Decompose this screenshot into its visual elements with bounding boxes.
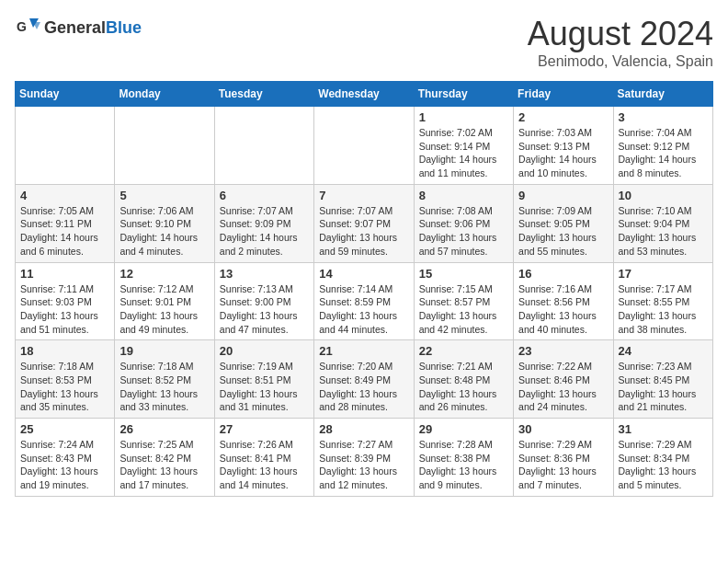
calendar-cell: 17Sunrise: 7:17 AMSunset: 8:55 PMDayligh… bbox=[613, 262, 712, 340]
calendar-cell: 26Sunrise: 7:25 AMSunset: 8:42 PMDayligh… bbox=[115, 419, 214, 497]
day-info: Sunrise: 7:29 AMSunset: 8:36 PMDaylight:… bbox=[518, 438, 608, 492]
day-number: 18 bbox=[20, 344, 109, 358]
day-info: Sunrise: 7:18 AMSunset: 8:53 PMDaylight:… bbox=[20, 360, 109, 414]
logo-text: GeneralBlue bbox=[44, 18, 142, 38]
day-number: 31 bbox=[619, 422, 708, 436]
day-info: Sunrise: 7:10 AMSunset: 9:04 PMDaylight:… bbox=[619, 204, 708, 259]
calendar-cell: 9Sunrise: 7:09 AMSunset: 9:05 PMDaylight… bbox=[514, 184, 613, 262]
day-number: 3 bbox=[619, 110, 708, 124]
calendar-cell: 3Sunrise: 7:04 AMSunset: 9:12 PMDaylight… bbox=[613, 107, 712, 185]
day-info: Sunrise: 7:09 AMSunset: 9:05 PMDaylight:… bbox=[518, 204, 608, 259]
calendar-header-row: SundayMondayTuesdayWednesdayThursdayFrid… bbox=[16, 82, 713, 107]
svg-text:G: G bbox=[17, 19, 27, 34]
day-number: 14 bbox=[319, 267, 408, 281]
day-number: 30 bbox=[518, 422, 608, 436]
calendar-cell bbox=[214, 107, 313, 185]
calendar-cell: 12Sunrise: 7:12 AMSunset: 9:01 PMDayligh… bbox=[115, 262, 214, 340]
day-number: 22 bbox=[419, 344, 508, 358]
calendar-cell: 13Sunrise: 7:13 AMSunset: 9:00 PMDayligh… bbox=[214, 262, 313, 340]
day-number: 28 bbox=[319, 422, 408, 436]
day-info: Sunrise: 7:17 AMSunset: 8:55 PMDaylight:… bbox=[619, 282, 708, 337]
calendar-cell: 4Sunrise: 7:05 AMSunset: 9:11 PMDaylight… bbox=[16, 184, 115, 262]
calendar-week-row: 18Sunrise: 7:18 AMSunset: 8:53 PMDayligh… bbox=[16, 340, 713, 419]
day-number: 27 bbox=[220, 422, 309, 436]
day-info: Sunrise: 7:04 AMSunset: 9:12 PMDaylight:… bbox=[619, 126, 708, 180]
day-number: 15 bbox=[419, 267, 508, 281]
calendar-subtitle: Benimodo, Valencia, Spain bbox=[528, 53, 713, 70]
calendar-body: 1Sunrise: 7:02 AMSunset: 9:14 PMDaylight… bbox=[16, 107, 713, 497]
day-info: Sunrise: 7:07 AMSunset: 9:09 PMDaylight:… bbox=[220, 204, 309, 259]
day-info: Sunrise: 7:16 AMSunset: 8:56 PMDaylight:… bbox=[518, 282, 608, 337]
day-info: Sunrise: 7:26 AMSunset: 8:41 PMDaylight:… bbox=[220, 438, 309, 492]
calendar-cell: 8Sunrise: 7:08 AMSunset: 9:06 PMDaylight… bbox=[414, 184, 513, 262]
column-header-thursday: Thursday bbox=[414, 82, 513, 107]
day-info: Sunrise: 7:18 AMSunset: 8:52 PMDaylight:… bbox=[119, 360, 209, 414]
calendar-cell: 5Sunrise: 7:06 AMSunset: 9:10 PMDaylight… bbox=[115, 184, 214, 262]
day-info: Sunrise: 7:08 AMSunset: 9:06 PMDaylight:… bbox=[419, 204, 508, 259]
column-header-tuesday: Tuesday bbox=[214, 82, 313, 107]
calendar-week-row: 4Sunrise: 7:05 AMSunset: 9:11 PMDaylight… bbox=[16, 184, 713, 262]
day-info: Sunrise: 7:27 AMSunset: 8:39 PMDaylight:… bbox=[319, 438, 408, 492]
calendar-cell: 10Sunrise: 7:10 AMSunset: 9:04 PMDayligh… bbox=[613, 184, 712, 262]
day-number: 2 bbox=[518, 110, 608, 124]
calendar-cell: 15Sunrise: 7:15 AMSunset: 8:57 PMDayligh… bbox=[414, 262, 513, 340]
day-number: 29 bbox=[419, 422, 508, 436]
calendar-week-row: 11Sunrise: 7:11 AMSunset: 9:03 PMDayligh… bbox=[16, 262, 713, 340]
day-number: 11 bbox=[20, 267, 109, 281]
day-number: 19 bbox=[119, 344, 209, 358]
page-header: G GeneralBlue August 2024 Benimodo, Vale… bbox=[15, 15, 713, 70]
calendar-week-row: 25Sunrise: 7:24 AMSunset: 8:43 PMDayligh… bbox=[16, 419, 713, 497]
day-number: 20 bbox=[220, 344, 309, 358]
calendar-cell: 11Sunrise: 7:11 AMSunset: 9:03 PMDayligh… bbox=[16, 262, 115, 340]
calendar-cell bbox=[314, 107, 414, 185]
logo: G GeneralBlue bbox=[15, 15, 142, 40]
day-number: 26 bbox=[119, 422, 209, 436]
day-number: 16 bbox=[518, 267, 608, 281]
day-info: Sunrise: 7:07 AMSunset: 9:07 PMDaylight:… bbox=[319, 204, 408, 259]
day-info: Sunrise: 7:25 AMSunset: 8:42 PMDaylight:… bbox=[119, 438, 209, 492]
day-number: 1 bbox=[419, 110, 508, 124]
day-info: Sunrise: 7:29 AMSunset: 8:34 PMDaylight:… bbox=[619, 438, 708, 492]
day-info: Sunrise: 7:13 AMSunset: 9:00 PMDaylight:… bbox=[220, 282, 309, 337]
calendar-cell: 2Sunrise: 7:03 AMSunset: 9:13 PMDaylight… bbox=[514, 107, 613, 185]
day-number: 23 bbox=[518, 344, 608, 358]
calendar-cell: 20Sunrise: 7:19 AMSunset: 8:51 PMDayligh… bbox=[214, 340, 313, 419]
day-info: Sunrise: 7:15 AMSunset: 8:57 PMDaylight:… bbox=[419, 282, 508, 337]
day-info: Sunrise: 7:19 AMSunset: 8:51 PMDaylight:… bbox=[220, 360, 309, 414]
calendar-cell: 7Sunrise: 7:07 AMSunset: 9:07 PMDaylight… bbox=[314, 184, 414, 262]
day-number: 21 bbox=[319, 344, 408, 358]
calendar-cell: 31Sunrise: 7:29 AMSunset: 8:34 PMDayligh… bbox=[613, 419, 712, 497]
day-info: Sunrise: 7:05 AMSunset: 9:11 PMDaylight:… bbox=[20, 204, 109, 259]
column-header-sunday: Sunday bbox=[16, 82, 115, 107]
calendar-cell: 16Sunrise: 7:16 AMSunset: 8:56 PMDayligh… bbox=[514, 262, 613, 340]
day-number: 24 bbox=[619, 344, 708, 358]
day-info: Sunrise: 7:28 AMSunset: 8:38 PMDaylight:… bbox=[419, 438, 508, 492]
calendar-cell bbox=[115, 107, 214, 185]
day-info: Sunrise: 7:20 AMSunset: 8:49 PMDaylight:… bbox=[319, 360, 408, 414]
day-number: 12 bbox=[119, 267, 209, 281]
day-info: Sunrise: 7:12 AMSunset: 9:01 PMDaylight:… bbox=[119, 282, 209, 337]
column-header-friday: Friday bbox=[514, 82, 613, 107]
calendar-cell: 14Sunrise: 7:14 AMSunset: 8:59 PMDayligh… bbox=[314, 262, 414, 340]
day-number: 6 bbox=[220, 189, 309, 202]
day-info: Sunrise: 7:24 AMSunset: 8:43 PMDaylight:… bbox=[20, 438, 109, 492]
calendar-cell: 27Sunrise: 7:26 AMSunset: 8:41 PMDayligh… bbox=[214, 419, 313, 497]
day-number: 4 bbox=[20, 189, 109, 202]
day-info: Sunrise: 7:03 AMSunset: 9:13 PMDaylight:… bbox=[518, 126, 608, 180]
day-number: 9 bbox=[518, 189, 608, 202]
calendar-cell: 21Sunrise: 7:20 AMSunset: 8:49 PMDayligh… bbox=[314, 340, 414, 419]
day-info: Sunrise: 7:21 AMSunset: 8:48 PMDaylight:… bbox=[419, 360, 508, 414]
calendar-cell: 29Sunrise: 7:28 AMSunset: 8:38 PMDayligh… bbox=[414, 419, 513, 497]
day-number: 17 bbox=[619, 267, 708, 281]
day-number: 13 bbox=[220, 267, 309, 281]
column-header-wednesday: Wednesday bbox=[314, 82, 414, 107]
calendar-cell: 24Sunrise: 7:23 AMSunset: 8:45 PMDayligh… bbox=[613, 340, 712, 419]
calendar-cell bbox=[16, 107, 115, 185]
calendar-cell: 22Sunrise: 7:21 AMSunset: 8:48 PMDayligh… bbox=[414, 340, 513, 419]
calendar-cell: 19Sunrise: 7:18 AMSunset: 8:52 PMDayligh… bbox=[115, 340, 214, 419]
day-number: 5 bbox=[119, 189, 209, 202]
calendar-cell: 6Sunrise: 7:07 AMSunset: 9:09 PMDaylight… bbox=[214, 184, 313, 262]
calendar-cell: 30Sunrise: 7:29 AMSunset: 8:36 PMDayligh… bbox=[514, 419, 613, 497]
calendar-cell: 28Sunrise: 7:27 AMSunset: 8:39 PMDayligh… bbox=[314, 419, 414, 497]
calendar-table: SundayMondayTuesdayWednesdayThursdayFrid… bbox=[15, 81, 713, 497]
